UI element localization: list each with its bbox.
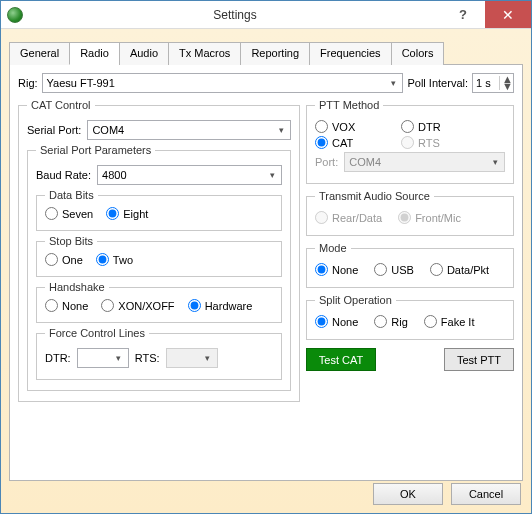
rig-value: Yaesu FT-991 bbox=[47, 77, 115, 89]
tab-radio[interactable]: Radio bbox=[69, 42, 120, 65]
mode-dpkt-radio[interactable]: Data/Pkt bbox=[430, 263, 489, 276]
serial-port-combo[interactable]: COM4 ▾ bbox=[87, 120, 291, 140]
cat-control-group: CAT Control Serial Port: COM4 ▾ Serial P… bbox=[18, 99, 300, 402]
stopbits-legend: Stop Bits bbox=[45, 235, 97, 247]
cancel-button[interactable]: Cancel bbox=[451, 483, 521, 505]
split-group: Split Operation None Rig Fake It bbox=[306, 294, 514, 340]
ptt-cat-radio[interactable]: CAT bbox=[315, 136, 385, 149]
rts-combo: ▾ bbox=[166, 348, 218, 368]
ok-button[interactable]: OK bbox=[373, 483, 443, 505]
chevron-down-icon: ▾ bbox=[386, 78, 400, 88]
databits-eight-radio[interactable]: Eight bbox=[106, 207, 148, 220]
test-cat-button[interactable]: Test CAT bbox=[306, 348, 376, 371]
split-rig-radio[interactable]: Rig bbox=[374, 315, 408, 328]
chevron-down-icon: ▾ bbox=[201, 353, 215, 363]
tab-frequencies[interactable]: Frequencies bbox=[309, 42, 392, 65]
window-title: Settings bbox=[29, 8, 441, 22]
tab-txmacros[interactable]: Tx Macros bbox=[168, 42, 241, 65]
databits-legend: Data Bits bbox=[45, 189, 98, 201]
split-none-radio[interactable]: None bbox=[315, 315, 358, 328]
handshake-hw-radio[interactable]: Hardware bbox=[188, 299, 253, 312]
serial-params-group: Serial Port Parameters Baud Rate: 4800 ▾… bbox=[27, 144, 291, 391]
tx-audio-legend: Transmit Audio Source bbox=[315, 190, 434, 202]
chevron-down-icon: ▾ bbox=[488, 157, 502, 167]
split-legend: Split Operation bbox=[315, 294, 396, 306]
ptt-vox-radio[interactable]: VOX bbox=[315, 120, 385, 133]
baud-value: 4800 bbox=[102, 169, 126, 181]
tab-audio[interactable]: Audio bbox=[119, 42, 169, 65]
tab-reporting[interactable]: Reporting bbox=[240, 42, 310, 65]
baud-combo[interactable]: 4800 ▾ bbox=[97, 165, 282, 185]
settings-window: Settings ? ✕ General Radio Audio Tx Macr… bbox=[0, 0, 532, 514]
mode-group: Mode None USB Data/Pkt bbox=[306, 242, 514, 288]
serial-port-label: Serial Port: bbox=[27, 124, 81, 136]
databits-group: Data Bits Seven Eight bbox=[36, 189, 282, 231]
serial-port-value: COM4 bbox=[92, 124, 124, 136]
dtr-combo[interactable]: ▾ bbox=[77, 348, 129, 368]
force-lines-legend: Force Control Lines bbox=[45, 327, 149, 339]
poll-value: 1 s bbox=[473, 77, 499, 89]
tab-colors[interactable]: Colors bbox=[391, 42, 445, 65]
serial-params-legend: Serial Port Parameters bbox=[36, 144, 155, 156]
dtr-label: DTR: bbox=[45, 352, 71, 364]
handshake-legend: Handshake bbox=[45, 281, 109, 293]
chevron-down-icon: ▾ bbox=[112, 353, 126, 363]
ptt-dtr-radio[interactable]: DTR bbox=[401, 120, 441, 133]
txaudio-rear-radio: Rear/Data bbox=[315, 211, 382, 224]
content-area: General Radio Audio Tx Macros Reporting … bbox=[1, 29, 531, 513]
mode-usb-radio[interactable]: USB bbox=[374, 263, 414, 276]
tab-panel: Rig: Yaesu FT-991 ▾ Poll Interval: 1 s ▲… bbox=[9, 65, 523, 481]
tab-bar: General Radio Audio Tx Macros Reporting … bbox=[9, 41, 523, 65]
mode-legend: Mode bbox=[315, 242, 351, 254]
chevron-down-icon: ▾ bbox=[274, 125, 288, 135]
chevron-down-icon: ▾ bbox=[265, 170, 279, 180]
ptt-port-label: Port: bbox=[315, 156, 338, 168]
ptt-legend: PTT Method bbox=[315, 99, 383, 111]
rig-combo[interactable]: Yaesu FT-991 ▾ bbox=[42, 73, 404, 93]
titlebar: Settings ? ✕ bbox=[1, 1, 531, 29]
tx-audio-group: Transmit Audio Source Rear/Data Front/Mi… bbox=[306, 190, 514, 236]
stopbits-one-radio[interactable]: One bbox=[45, 253, 83, 266]
txaudio-front-radio: Front/Mic bbox=[398, 211, 461, 224]
ptt-port-combo: COM4▾ bbox=[344, 152, 505, 172]
app-icon bbox=[7, 7, 23, 23]
databits-seven-radio[interactable]: Seven bbox=[45, 207, 93, 220]
poll-spinner[interactable]: 1 s ▲▼ bbox=[472, 73, 514, 93]
poll-label: Poll Interval: bbox=[407, 77, 468, 89]
handshake-none-radio[interactable]: None bbox=[45, 299, 88, 312]
handshake-group: Handshake None XON/XOFF Hardware bbox=[36, 281, 282, 323]
ptt-rts-radio: RTS bbox=[401, 136, 440, 149]
spinner-arrows-icon: ▲▼ bbox=[499, 76, 513, 90]
cat-legend: CAT Control bbox=[27, 99, 95, 111]
close-button[interactable]: ✕ bbox=[485, 1, 531, 28]
stopbits-group: Stop Bits One Two bbox=[36, 235, 282, 277]
rts-label: RTS: bbox=[135, 352, 160, 364]
ptt-method-group: PTT Method VOX DTR CAT RTS Port: COM4▾ bbox=[306, 99, 514, 184]
baud-label: Baud Rate: bbox=[36, 169, 91, 181]
mode-none-radio[interactable]: None bbox=[315, 263, 358, 276]
force-lines-group: Force Control Lines DTR: ▾ RTS: ▾ bbox=[36, 327, 282, 380]
test-ptt-button[interactable]: Test PTT bbox=[444, 348, 514, 371]
stopbits-two-radio[interactable]: Two bbox=[96, 253, 133, 266]
tab-general[interactable]: General bbox=[9, 42, 70, 65]
rig-label: Rig: bbox=[18, 77, 38, 89]
handshake-xon-radio[interactable]: XON/XOFF bbox=[101, 299, 174, 312]
help-button[interactable]: ? bbox=[441, 1, 485, 28]
split-fake-radio[interactable]: Fake It bbox=[424, 315, 475, 328]
